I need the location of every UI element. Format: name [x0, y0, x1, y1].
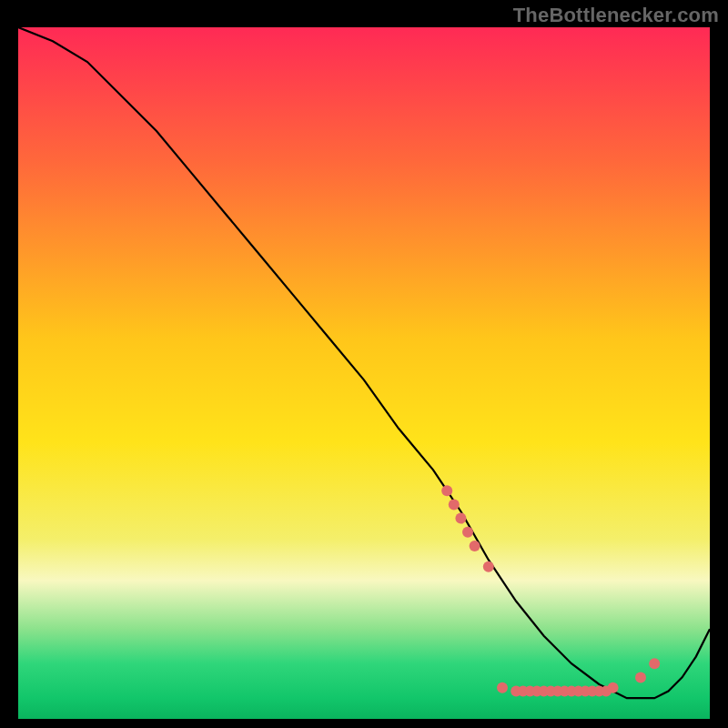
- marker-dot: [470, 541, 480, 551]
- chart-svg: [18, 27, 710, 719]
- marker-dot: [635, 672, 646, 682]
- marker-dot: [483, 561, 494, 572]
- marker-dot: [455, 513, 466, 524]
- chart-plot-area: [18, 27, 710, 719]
- marker-dot: [608, 682, 619, 693]
- marker-dot: [462, 527, 473, 538]
- watermark-text: TheBottlenecker.com: [513, 4, 719, 27]
- marker-dot: [449, 499, 460, 510]
- marker-dot: [497, 682, 508, 693]
- marker-dot: [649, 658, 660, 669]
- chart-stage: TheBottlenecker.com: [0, 0, 728, 728]
- chart-background: [18, 27, 710, 719]
- marker-dot: [441, 485, 452, 496]
